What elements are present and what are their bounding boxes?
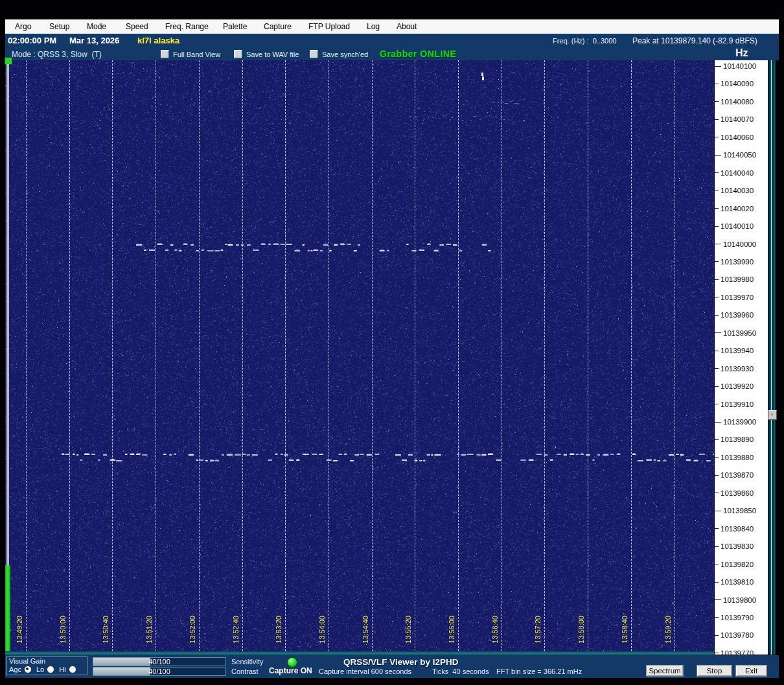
menu-item-argo[interactable]: Argo <box>12 19 34 34</box>
freq-tick-mark <box>715 368 719 369</box>
freq-value: 10139850 <box>723 507 756 515</box>
freq-tick-mark <box>715 137 719 137</box>
freq-tick-mark <box>715 172 719 173</box>
exit-button[interactable]: Exit <box>735 665 767 677</box>
time-axis-label: 13:58:00 <box>577 616 585 644</box>
time-gridline <box>674 60 675 655</box>
checkbox-icon[interactable] <box>234 50 242 58</box>
time-gridline <box>242 60 243 655</box>
time-axis-label: 13:53:20 <box>275 616 282 644</box>
freq-tick-mark <box>715 279 719 280</box>
menu-item-speed[interactable]: Speed <box>123 19 151 34</box>
freq-tick-mark <box>715 493 719 493</box>
waterfall-display[interactable]: 13:49:2013:50:0013:50:4013:51:2013:52:00… <box>5 60 714 655</box>
menu-item-setup[interactable]: Setup <box>47 19 72 34</box>
checkbox-icon[interactable] <box>310 50 318 58</box>
freq-tick-mark <box>715 457 719 458</box>
hi-radio-button[interactable] <box>69 666 76 673</box>
ticks-info: Ticks 40 seconds <box>432 668 489 675</box>
time-gridline <box>199 60 200 655</box>
freq-value: 10139980 <box>721 275 754 283</box>
time-axis-label: 13:54:00 <box>318 616 326 644</box>
menu-item-mode[interactable]: Mode <box>84 19 109 34</box>
freq-scale-label: 10139880 <box>715 453 754 462</box>
freq-value: 10139880 <box>721 454 754 461</box>
menu-item-ftp-upload[interactable]: FTP Upload <box>306 19 352 34</box>
freq-tick-mark <box>715 582 719 583</box>
waterfall-canvas[interactable] <box>5 60 714 655</box>
menu-item-about[interactable]: About <box>394 19 419 34</box>
frequency-offset-scrollbar[interactable] <box>768 60 776 655</box>
freq-tick-mark <box>715 101 719 102</box>
freq-tick-mark <box>715 653 719 653</box>
freq-scale-label: 10139840 <box>715 524 754 533</box>
time-axis-label: 13:55:20 <box>404 616 412 644</box>
freq-tick-mark <box>715 599 721 600</box>
freq-value: 10140080 <box>721 98 754 106</box>
freq-tick-mark <box>715 546 719 547</box>
freq-value: 10139790 <box>721 614 754 621</box>
freq-scale-label: 10139990 <box>715 257 754 266</box>
freq-scale-label: 10140050 <box>715 150 756 159</box>
freq-value: 10139830 <box>721 542 754 550</box>
freq-tick-mark <box>715 404 719 404</box>
freq-value: 10139940 <box>721 347 754 354</box>
freq-scale-label: 10139820 <box>715 560 754 569</box>
menu-bar: ArgoSetupModeSpeedFreq. RangePaletteCapt… <box>5 19 779 34</box>
menu-item-capture[interactable]: Capture <box>261 19 294 34</box>
time-gridline <box>588 60 588 655</box>
menu-item-palette[interactable]: Palette <box>220 19 249 34</box>
checkbox-icon[interactable] <box>161 50 169 58</box>
freq-scale-label: 10139870 <box>715 470 754 480</box>
contrast-slider[interactable]: 40/100 <box>93 667 226 676</box>
mode-bar: Mode : QRSS 3, Slow (T) Full Band View S… <box>5 49 779 60</box>
freq-value: 10139890 <box>721 435 754 443</box>
spectrum-button[interactable]: Spectrum <box>646 665 684 677</box>
capture-progress-bar <box>5 565 10 651</box>
time-axis-label: 13:50:00 <box>59 616 67 644</box>
full-band-view-checkbox[interactable]: Full Band View <box>161 50 220 58</box>
lo-radio-button[interactable] <box>47 666 54 673</box>
freq-scale-label: 10139830 <box>715 542 754 551</box>
hz-unit-label: Hz <box>735 47 748 59</box>
menu-item-freq-range[interactable]: Freq. Range <box>163 19 211 34</box>
freq-value: 10139780 <box>721 631 754 639</box>
freq-value: 10140050 <box>723 151 756 159</box>
scrollbar-handle[interactable] <box>768 410 777 420</box>
argo-application-window: ArgoSetupModeSpeedFreq. RangePaletteCapt… <box>0 0 784 685</box>
capture-interval-info: Capture interval 600 seconds <box>319 668 411 675</box>
freq-value: 10139900 <box>723 418 756 426</box>
freq-value: 10139910 <box>721 401 754 408</box>
freq-value: 10139930 <box>721 365 754 373</box>
stop-button[interactable]: Stop <box>697 665 732 677</box>
time-axis-label: 13:51:20 <box>145 616 153 644</box>
freq-tick-mark <box>715 297 719 297</box>
freq-tick-mark <box>715 315 719 316</box>
freq-tick-mark <box>715 475 719 476</box>
freq-scale-label: 10139920 <box>715 382 754 391</box>
freq-scale-label: 10139960 <box>715 310 754 319</box>
time-axis-label: 13:54:40 <box>362 616 369 644</box>
menu-item-log[interactable]: Log <box>364 19 382 34</box>
time-axis-label: 13:56:40 <box>491 616 499 644</box>
freq-value: 10140030 <box>721 187 754 194</box>
freq-scale-label: 10140030 <box>715 186 754 195</box>
freq-scale-label: 10140040 <box>715 168 754 178</box>
freq-tick-mark <box>715 439 719 440</box>
agc-radio-button[interactable] <box>24 666 32 673</box>
freq-value: 10140100 <box>723 62 756 70</box>
time-gridline <box>69 60 70 655</box>
save-synched-checkbox[interactable]: Save synch'ed <box>310 50 368 58</box>
time-gridline <box>329 60 329 655</box>
freq-value: 10140020 <box>721 205 754 213</box>
visual-gain-radios: Agc Lo Hi <box>9 666 81 673</box>
save-to-wav-checkbox[interactable]: Save to WAV file <box>234 50 299 58</box>
freq-scale-label: 10139800 <box>715 596 756 605</box>
freq-value: 10139820 <box>721 561 754 568</box>
freq-value: 10140070 <box>721 115 754 123</box>
sensitivity-label: Sensitivity <box>231 658 264 666</box>
freq-value: 10139870 <box>721 471 754 479</box>
freq-tick-mark <box>715 422 721 423</box>
sensitivity-slider[interactable]: 40/100 <box>93 657 226 666</box>
radio-label-lo: Lo <box>36 666 44 673</box>
